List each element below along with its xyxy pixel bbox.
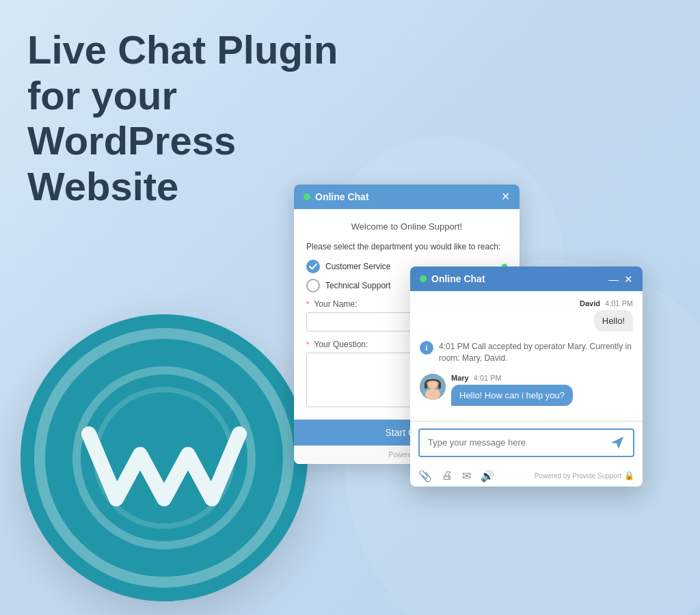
david-bubble: Hello!	[594, 310, 633, 331]
info-icon: i	[420, 341, 433, 355]
required-star-name: *	[306, 300, 309, 308]
message-meta-david: David 4:01 PM Hello!	[580, 299, 633, 331]
mary-message-content: Mary 4:01 PM Hello! How can i help you?	[451, 374, 573, 406]
chat2-title: Online Chat	[431, 273, 485, 284]
chat2-close-button[interactable]: ✕	[624, 274, 633, 284]
david-sender-time: David 4:01 PM	[580, 299, 633, 308]
mary-name: Mary	[451, 374, 469, 382]
email-icon[interactable]: ✉	[462, 469, 471, 482]
dept-selected-icon	[306, 260, 320, 273]
lock-icon: 🔒	[624, 471, 634, 480]
question-label-text: Your Question:	[314, 340, 368, 349]
mary-bubble: Hello! How can i help you?	[451, 385, 573, 406]
required-star-question: *	[306, 340, 309, 348]
wordpress-logo	[21, 314, 308, 601]
chat2-input-area	[410, 421, 643, 464]
chat2-messages-area: David 4:01 PM Hello! i 4:01 PM Call acce…	[410, 291, 643, 421]
chat2-header-left: Online Chat	[420, 273, 485, 284]
chat2-header-buttons: — ✕	[608, 274, 633, 284]
chat1-welcome-text: Welcome to Online Support!	[306, 221, 507, 232]
sound-icon[interactable]: 🔊	[481, 469, 494, 482]
chat1-close-button[interactable]: ✕	[501, 191, 510, 202]
send-button[interactable]	[602, 430, 633, 456]
chat2-minimize-button[interactable]: —	[608, 274, 619, 284]
chat2-powered: Powered by Provide Support 🔒	[535, 471, 634, 480]
mary-avatar	[420, 374, 446, 400]
chat-window-active: Online Chat — ✕ David 4:01 PM Hello!	[410, 266, 643, 487]
message-input-wrapper	[418, 428, 634, 457]
chat1-title: Online Chat	[315, 191, 369, 202]
wordpress-w-icon	[72, 366, 256, 550]
checkmark-icon	[309, 263, 317, 270]
hero-title-line2: WordPress Website	[27, 118, 236, 208]
operator-avatar-svg	[420, 374, 446, 400]
david-name: David	[580, 299, 600, 308]
mary-avatar-img	[420, 374, 446, 400]
system-text: 4:01 PM Call accepted by operator Mary. …	[439, 341, 633, 364]
message-row-david: David 4:01 PM Hello!	[420, 299, 633, 331]
dept-label: Please select the department you would l…	[306, 241, 507, 253]
chat2-status-dot	[420, 275, 427, 282]
chat1-header: Online Chat ✕	[294, 184, 520, 209]
chat2-toolbar: 📎 🖨 ✉ 🔊 Powered by Provide Support 🔒	[410, 464, 643, 487]
message-row-mary: Mary 4:01 PM Hello! How can i help you?	[420, 374, 633, 406]
chat1-status-dot	[304, 193, 310, 200]
svg-rect-5	[425, 384, 427, 389]
attachment-icon[interactable]: 📎	[418, 469, 432, 482]
chat-windows-container: Online Chat ✕ Welcome to Online Support!…	[294, 184, 520, 464]
chat2-header: Online Chat — ✕	[410, 266, 643, 291]
chat1-header-left: Online Chat	[304, 191, 369, 202]
system-message: i 4:01 PM Call accepted by operator Mary…	[420, 338, 633, 367]
svg-point-4	[425, 389, 440, 400]
send-icon	[610, 435, 625, 450]
name-label-text: Your Name:	[314, 299, 357, 309]
message-input[interactable]	[420, 430, 602, 454]
mary-sender-time: Mary 4:01 PM	[451, 374, 573, 382]
svg-rect-6	[438, 384, 441, 389]
powered-text: Powered by Provide Support	[535, 472, 621, 480]
mary-time: 4:01 PM	[474, 374, 502, 382]
dept-unselected-icon	[306, 279, 320, 292]
print-icon[interactable]: 🖨	[442, 469, 453, 482]
david-time: 4:01 PM	[605, 299, 633, 308]
hero-title-line1: Live Chat Plugin for your	[27, 27, 338, 118]
hero-title: Live Chat Plugin for your WordPress Webs…	[27, 27, 355, 210]
